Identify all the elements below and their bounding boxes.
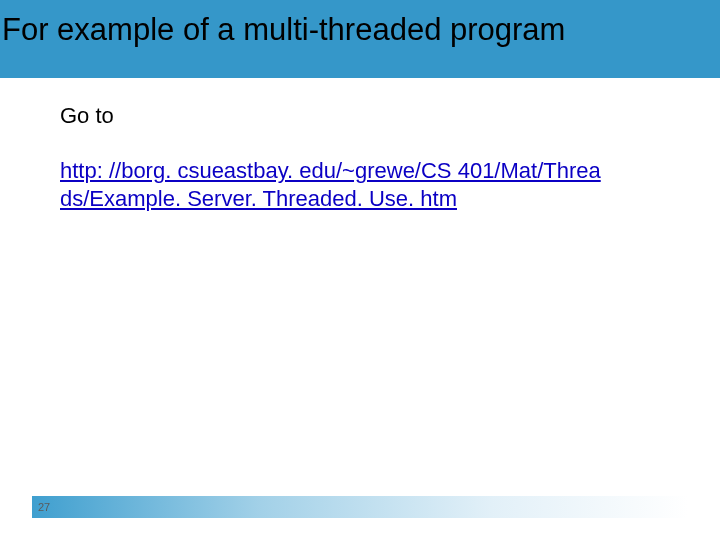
link-line-2: ds/Example. Server. Threaded. Use. htm <box>60 185 660 213</box>
intro-text: Go to <box>60 102 660 130</box>
link-line-1: http: //borg. csueastbay. edu/~grewe/CS … <box>60 157 660 185</box>
example-link[interactable]: http: //borg. csueastbay. edu/~grewe/CS … <box>60 131 660 213</box>
body-content: Go to http: //borg. csueastbay. edu/~gre… <box>60 102 660 212</box>
footer-bar: 27 <box>32 496 688 518</box>
slide-title: For example of a multi-threaded program <box>0 12 565 48</box>
page-number: 27 <box>38 501 50 513</box>
slide: For example of a multi-threaded program … <box>0 0 720 540</box>
title-bar: For example of a multi-threaded program <box>0 0 720 78</box>
